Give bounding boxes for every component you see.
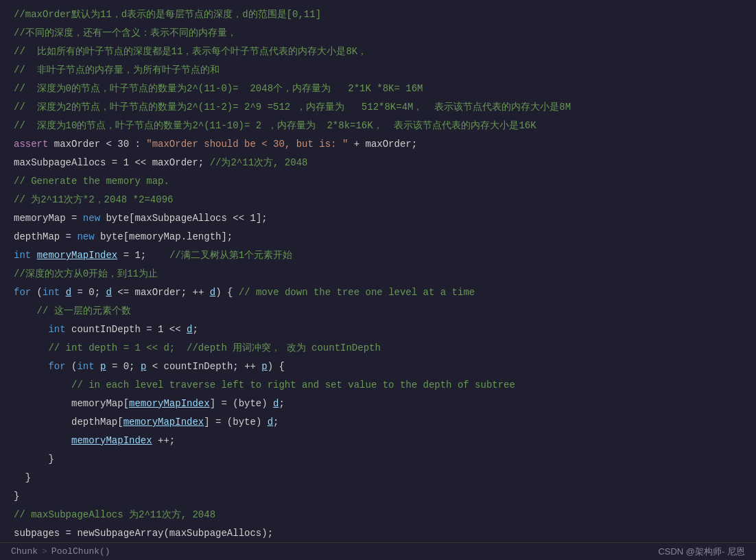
breadcrumb: Chunk > PoolChunk() [11, 546, 110, 557]
breadcrumb-chunk[interactable]: Chunk [11, 546, 38, 557]
code-line-18: int countInDepth = 1 << d; [0, 320, 756, 339]
code-line-8: assert maxOrder < 30 : "maxOrder should … [0, 135, 756, 154]
watermark: CSDN @架构师- 尼恩 [658, 546, 745, 558]
code-editor: //maxOrder默认为11，d表示的是每层节点的深度，d的范围是[0,11]… [0, 0, 756, 542]
code-line-15: //深度的次方从0开始，到11为止 [0, 265, 756, 283]
code-line-4: // 非叶子节点的内存量，为所有叶子节点的和 [0, 61, 756, 80]
code-line-26: } [0, 469, 756, 487]
breadcrumb-separator: > [42, 546, 47, 557]
code-line-24: memoryMapIndex ++; [0, 432, 756, 450]
code-line-6: // 深度为2的节点，叶子节点的数量为2^(11-2)= 2^9 =512 ，内… [0, 98, 756, 117]
code-line-2: //不同的深度，还有一个含义：表示不同的内存量， [0, 24, 756, 43]
code-line-17: // 这一层的元素个数 [0, 302, 756, 320]
code-line-19: // int depth = 1 << d; //depth 用词冲突， 改为 … [0, 339, 756, 358]
status-bar: Chunk > PoolChunk() CSDN @架构师- 尼恩 [0, 542, 756, 560]
code-line-1: //maxOrder默认为11，d表示的是每层节点的深度，d的范围是[0,11] [0, 5, 756, 24]
breadcrumb-poolchunk[interactable]: PoolChunk() [51, 546, 110, 557]
code-line-20: for (int p = 0; p < countInDepth; ++ p) … [0, 358, 756, 376]
code-line-29: subpages = newSubpageArray(maxSubpageAll… [0, 524, 756, 542]
code-line-28: // maxSubpageAllocs 为2^11次方, 2048 [0, 506, 756, 524]
code-line-12: memoryMap = new byte[maxSubpageAllocs <<… [0, 209, 756, 228]
code-line-16: for (int d = 0; d <= maxOrder; ++ d) { /… [0, 283, 756, 302]
code-line-21: // in each level traverse left to right … [0, 376, 756, 395]
code-line-13: depthMap = new byte[memoryMap.length]; [0, 228, 756, 246]
code-line-27: } [0, 487, 756, 506]
code-line-14: int memoryMapIndex = 1; //满二叉树从第1个元素开始 [0, 246, 756, 265]
code-line-3: // 比如所有的叶子节点的深度都是11，表示每个叶子节点代表的内存大小是8K， [0, 43, 756, 61]
code-line-5: // 深度为0的节点，叶子节点的数量为2^(11-0)= 2048个，内存量为 … [0, 80, 756, 98]
code-line-9: maxSubpageAllocs = 1 << maxOrder; //为2^1… [0, 154, 756, 172]
code-line-22: memoryMap[memoryMapIndex] = (byte) d; [0, 395, 756, 413]
code-line-11: // 为2^11次方*2，2048 *2=4096 [0, 191, 756, 209]
code-line-23: depthMap[memoryMapIndex] = (byte) d; [0, 413, 756, 432]
code-line-25: } [0, 450, 756, 469]
code-line-7: // 深度为10的节点，叶子节点的数量为2^(11-10)= 2 ，内存量为 2… [0, 117, 756, 135]
code-line-10: // Generate the memory map. [0, 172, 756, 191]
